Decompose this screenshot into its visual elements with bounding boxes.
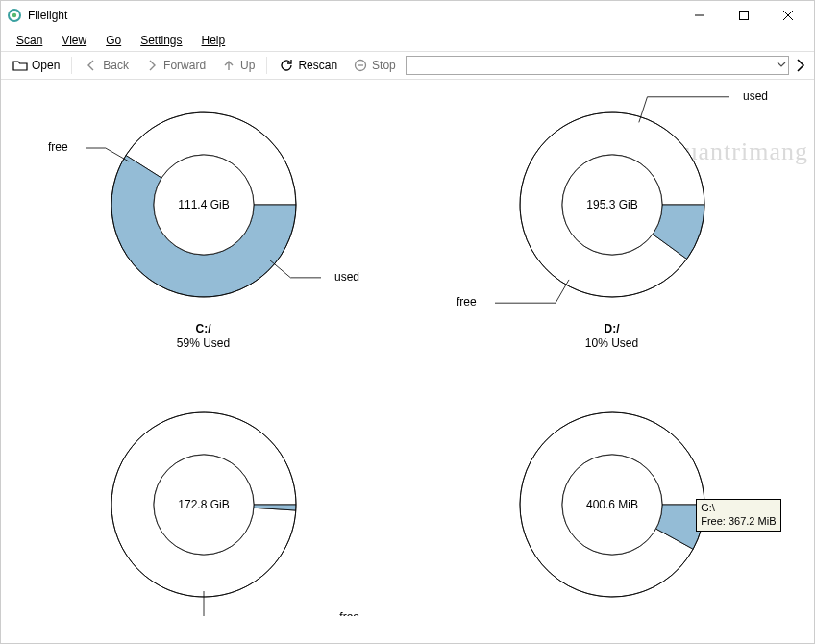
menu-view[interactable]: View [52, 32, 96, 50]
drive-percent: 59% Used [177, 336, 230, 350]
drive-size-label: 111.4 GiB [178, 198, 229, 211]
chevron-left-icon [84, 58, 99, 73]
content-area: Quantrimang 111.4 GiBfreeusedC:/59% Used… [1, 80, 814, 643]
svg-point-1 [12, 13, 16, 17]
back-label: Back [103, 59, 129, 72]
drive-size-label: 400.6 MiB [585, 498, 637, 511]
chevron-right-icon [144, 58, 160, 73]
drive-name: C:/ [196, 322, 211, 335]
go-button[interactable] [793, 58, 808, 73]
drive-percent: 10% Used [585, 336, 638, 350]
stop-icon [353, 58, 368, 73]
drive-cell-d: 195.3 GiBfreeusedD:/10% Used [417, 86, 806, 351]
app-title: Filelight [28, 9, 67, 22]
app-icon [7, 8, 22, 23]
tooltip: G:\Free: 367.2 MiB [696, 499, 780, 532]
address-combo[interactable] [406, 56, 789, 75]
menu-scan[interactable]: Scan [7, 32, 52, 50]
free-label: free [48, 140, 68, 154]
app-window: Filelight Scan View Go Settings Help Ope… [0, 0, 815, 644]
rescan-label: Rescan [298, 59, 337, 72]
drive-chart-e[interactable]: 172.8 GiBfree [40, 385, 367, 616]
free-label: free [457, 295, 477, 309]
drive-name: D:/ [605, 322, 620, 335]
drive-cell-g: 400.6 MiBG:\Free: 367.2 MiB [417, 385, 806, 616]
menu-help[interactable]: Help [192, 32, 235, 50]
drive-grid: 111.4 GiBfreeusedC:/59% Used195.3 GiBfre… [9, 86, 806, 616]
svg-rect-3 [740, 12, 749, 20]
used-label: used [333, 270, 358, 284]
arrow-up-icon [221, 58, 236, 73]
refresh-icon [279, 58, 294, 73]
drive-caption-d: D:/10% Used [585, 322, 638, 351]
menubar: Scan View Go Settings Help [1, 30, 814, 51]
drive-size-label: 195.3 GiB [586, 198, 637, 211]
used-label: used [742, 89, 767, 103]
toolbar: Open Back Forward Up Rescan [1, 51, 814, 80]
folder-open-icon [12, 58, 28, 73]
drive-size-label: 172.8 GiB [178, 498, 229, 511]
menu-go[interactable]: Go [96, 32, 131, 50]
window-minimize-button[interactable] [678, 1, 722, 30]
drive-chart-g[interactable]: 400.6 MiBG:\Free: 367.2 MiB [449, 385, 776, 616]
open-button[interactable]: Open [7, 56, 65, 75]
free-label: free [339, 610, 359, 616]
open-label: Open [32, 59, 60, 72]
toolbar-separator [71, 57, 72, 74]
rescan-button[interactable]: Rescan [273, 56, 343, 75]
stop-label: Stop [372, 59, 396, 72]
chevron-down-icon [777, 59, 786, 72]
drive-caption-c: C:/59% Used [177, 322, 230, 351]
up-button[interactable]: Up [215, 56, 260, 75]
window-maximize-button[interactable] [722, 1, 766, 30]
menu-settings[interactable]: Settings [131, 32, 191, 50]
titlebar: Filelight [1, 1, 814, 30]
back-button[interactable]: Back [78, 56, 135, 75]
drive-chart-c[interactable]: 111.4 GiBfreeused [40, 86, 367, 316]
forward-button[interactable]: Forward [138, 56, 211, 75]
forward-label: Forward [163, 59, 206, 72]
toolbar-separator [266, 57, 267, 74]
window-close-button[interactable] [766, 1, 810, 30]
drive-cell-e: 172.8 GiBfree [9, 385, 398, 616]
stop-button[interactable]: Stop [347, 56, 402, 75]
tooltip-line1: G:\ [701, 502, 715, 513]
tooltip-line2: Free: 367.2 MiB [701, 515, 776, 527]
up-label: Up [240, 59, 255, 72]
drive-cell-c: 111.4 GiBfreeusedC:/59% Used [9, 86, 398, 351]
drive-chart-d[interactable]: 195.3 GiBfreeused [449, 86, 776, 316]
